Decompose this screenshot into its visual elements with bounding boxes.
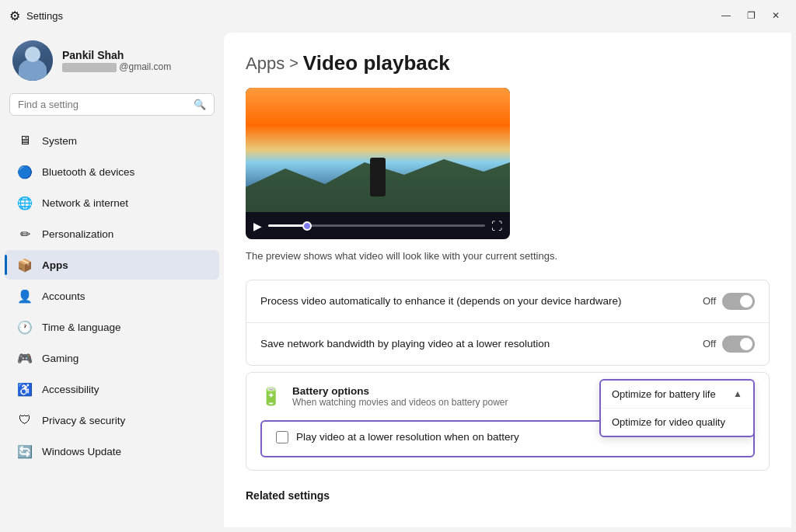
sidebar-item-accounts[interactable]: 👤 Accounts [5, 281, 219, 311]
search-icon: 🔍 [194, 99, 206, 110]
gaming-icon: 🎮 [17, 350, 33, 366]
user-name: Pankil Shah [62, 49, 171, 61]
progress-thumb [302, 221, 312, 231]
sidebar-item-label: Personalization [42, 228, 113, 240]
save-bandwidth-label: Save network bandwidth by playing video … [260, 338, 550, 349]
preview-caption: The preview shows what video will look l… [246, 249, 770, 264]
network-icon: 🌐 [17, 195, 33, 210]
maximize-button[interactable]: ❐ [740, 8, 762, 23]
breadcrumb-current: Video playback [303, 51, 450, 75]
sidebar-item-system[interactable]: 🖥 System [5, 126, 219, 155]
user-section: Pankil Shah @gmail.com [0, 28, 224, 90]
battery-icon: 🔋 [260, 387, 281, 407]
video-preview: ▶ ⛶ [246, 88, 510, 239]
battery-subtitle: When watching movies and videos on batte… [292, 397, 508, 408]
battery-text: Battery options When watching movies and… [292, 385, 508, 408]
sidebar-item-personalization[interactable]: ✏ Personalization [5, 219, 219, 249]
dropdown-item-video-quality[interactable]: Optimize for video quality [601, 409, 753, 436]
play-button[interactable]: ▶ [253, 220, 262, 232]
email-domain: @gmail.com [119, 61, 171, 72]
main-content: Apps > Video playback ▶ ⛶ The preview sh… [224, 33, 791, 527]
video-scene [246, 88, 510, 212]
checkbox-label: Play video at a lower resolution when on… [296, 431, 519, 443]
video-controls: ▶ ⛶ [246, 212, 510, 239]
lower-resolution-checkbox[interactable] [276, 431, 288, 443]
breadcrumb-separator: > [289, 54, 298, 72]
sidebar-item-gaming[interactable]: 🎮 Gaming [5, 343, 219, 373]
sidebar-item-accessibility[interactable]: ♿ Accessibility [5, 374, 219, 404]
process-video-toggle-label: Off [703, 295, 716, 307]
sidebar-item-label: Apps [42, 259, 68, 271]
video-figure [370, 158, 386, 196]
close-button[interactable]: ✕ [765, 8, 787, 23]
process-video-toggle[interactable] [722, 293, 755, 310]
sidebar-item-time[interactable]: 🕐 Time & language [5, 312, 219, 342]
window-title: Settings [26, 10, 63, 22]
sidebar-item-label: Windows Update [42, 446, 121, 457]
avatar-image [12, 40, 53, 81]
process-video-row: Process video automatically to enhance i… [246, 280, 769, 323]
sidebar: Pankil Shah @gmail.com 🔍 🖥 System 🔵 Blue… [0, 28, 224, 532]
personalization-icon: ✏ [17, 226, 33, 242]
sidebar-item-label: Accessibility [42, 384, 100, 395]
save-bandwidth-toggle[interactable] [722, 336, 755, 353]
battery-section: 🔋 Battery options When watching movies a… [246, 372, 770, 471]
bluetooth-icon: 🔵 [17, 164, 33, 179]
save-bandwidth-toggle-label: Off [703, 338, 716, 349]
search-box[interactable]: 🔍 [9, 93, 215, 116]
sidebar-item-label: Bluetooth & devices [42, 166, 134, 178]
app-body: Pankil Shah @gmail.com 🔍 🖥 System 🔵 Blue… [0, 28, 796, 532]
dropdown-item-label: Optimize for battery life [612, 388, 716, 400]
title-bar-controls: — ❐ ✕ [715, 8, 787, 23]
sidebar-item-privacy[interactable]: 🛡 Privacy & security [5, 405, 219, 435]
update-icon: 🔄 [17, 443, 33, 459]
expand-button[interactable]: ⛶ [491, 220, 502, 232]
settings-section: Process video automatically to enhance i… [246, 280, 770, 366]
process-video-toggle-wrapper: Off [703, 293, 755, 310]
minimize-button[interactable]: — [715, 8, 737, 23]
email-blur [62, 63, 117, 72]
user-email: @gmail.com [62, 61, 171, 72]
accounts-icon: 👤 [17, 288, 33, 304]
sidebar-item-label: Gaming [42, 353, 79, 364]
user-info: Pankil Shah @gmail.com [62, 49, 171, 72]
apps-icon: 📦 [17, 257, 33, 273]
sidebar-item-bluetooth[interactable]: 🔵 Bluetooth & devices [5, 157, 219, 186]
sidebar-item-label: Network & internet [42, 197, 128, 209]
save-bandwidth-row: Save network bandwidth by playing video … [246, 323, 769, 365]
privacy-icon: 🛡 [17, 412, 33, 428]
battery-row: 🔋 Battery options When watching movies a… [246, 373, 769, 420]
breadcrumb-apps[interactable]: Apps [246, 54, 285, 74]
sidebar-item-label: System [42, 135, 77, 147]
sidebar-item-label: Accounts [42, 290, 86, 302]
breadcrumb: Apps > Video playback [246, 51, 770, 75]
system-icon: 🖥 [17, 133, 33, 148]
nav-list: 🖥 System 🔵 Bluetooth & devices 🌐 Network… [0, 122, 224, 470]
battery-title: Battery options [292, 385, 508, 397]
chevron-up-icon: ▲ [733, 388, 742, 399]
dropdown-item-label: Optimize for video quality [612, 416, 725, 428]
process-video-label: Process video automatically to enhance i… [260, 295, 622, 307]
progress-fill [268, 224, 307, 227]
dropdown-item-battery-life[interactable]: Optimize for battery life ▲ [601, 381, 753, 409]
title-bar: ⚙ Settings — ❐ ✕ [0, 0, 796, 28]
related-settings-title: Related settings [246, 489, 770, 502]
window-icon: ⚙ [9, 9, 20, 23]
search-input[interactable] [18, 99, 187, 110]
sidebar-item-apps[interactable]: 📦 Apps [5, 250, 219, 280]
sidebar-item-label: Privacy & security [42, 415, 125, 426]
accessibility-icon: ♿ [17, 381, 33, 397]
sidebar-item-network[interactable]: 🌐 Network & internet [5, 188, 219, 217]
sidebar-item-update[interactable]: 🔄 Windows Update [5, 436, 219, 466]
progress-bar[interactable] [268, 224, 485, 227]
title-bar-left: ⚙ Settings [9, 9, 63, 23]
related-settings: Related settings [246, 477, 770, 508]
avatar [12, 40, 53, 81]
save-bandwidth-toggle-wrapper: Off [703, 336, 755, 353]
time-icon: 🕐 [17, 319, 33, 335]
sidebar-item-label: Time & language [42, 322, 121, 333]
battery-dropdown: Optimize for battery life ▲ Optimize for… [599, 379, 755, 437]
